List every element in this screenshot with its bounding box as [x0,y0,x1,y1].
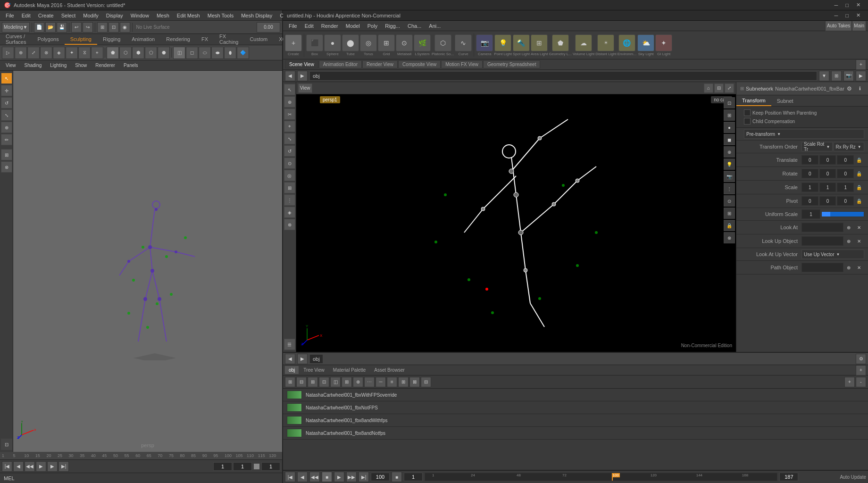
nav-animation[interactable]: Animation [126,34,160,45]
pivot-x[interactable]: 0 [801,196,818,206]
maya-range-end[interactable]: 1 [261,462,280,471]
h-path-jump[interactable]: ▼ [819,71,829,81]
h-menu-file[interactable]: File [285,22,301,30]
scale-x[interactable]: 1 [801,183,818,192]
transform-order-dropdown[interactable]: Scale Rot Tr [801,142,833,151]
look-up-clear[interactable]: ✕ [854,236,864,246]
h-tool-5[interactable]: ⤡ [284,133,295,144]
h-gilight-btn[interactable]: ✦ [655,34,672,51]
keep-position-cb[interactable] [744,109,751,116]
nt-tb-4[interactable]: ⊡ [319,377,329,387]
pivot-y[interactable]: 0 [819,196,836,206]
maya-step-fwd[interactable]: ▶ [47,461,58,472]
maya-xray-tool[interactable]: ⊗ [1,161,12,173]
nt-tb-2[interactable]: ⊟ [296,377,307,387]
h-tool-10[interactable]: ⋮ [284,194,295,206]
vp-grid-btn[interactable]: ⊞ [724,208,735,219]
maya-scale-tool[interactable]: ⤡ [1,109,12,121]
maya-renderer-menu[interactable]: Renderer [92,62,119,69]
vp-flat-btn[interactable]: ◼ [724,134,735,145]
h-play-end[interactable]: ▶| [359,472,369,482]
nt-tb-1[interactable]: ⊞ [285,377,295,387]
nt-tb-8[interactable]: ⋯ [364,377,375,387]
nt-tab-tree[interactable]: Tree View [300,366,328,374]
nt-nav-back[interactable]: ◀ [285,354,295,364]
maya-range-start[interactable]: 1 [233,462,252,471]
h-play-back[interactable]: ◀◀ [309,472,320,482]
rotate-y[interactable]: 0 [819,169,836,178]
scale-lock[interactable]: 🔒 [854,182,864,192]
h-panel-add[interactable]: + [856,59,866,70]
h-render-btn[interactable]: ▶ [856,71,866,81]
tb-new[interactable]: 📄 [34,22,44,33]
nav-custom[interactable]: Custom [244,34,273,45]
h-stop-btn[interactable]: ■ [322,472,332,482]
nt-tb-zoom-in[interactable]: + [844,377,855,387]
maya-rotate-tool[interactable]: ↺ [1,97,12,108]
h-menu-cha[interactable]: Cha... [404,22,425,30]
maya-geom-1[interactable]: ◫ [173,47,185,59]
maya-modeling-dropdown[interactable]: Modeling ▼ [2,22,30,33]
vp-snap-btn[interactable]: ⊙ [724,195,735,207]
tb-paint[interactable]: ◉ [120,22,130,33]
maya-tool-2[interactable]: ⊕ [15,47,27,59]
vp-home[interactable]: ⌂ [704,83,713,93]
h-cam-btn[interactable]: 📷 [843,71,854,81]
translate-x[interactable]: 0 [801,155,818,165]
maya-menu-edit[interactable]: Edit [18,12,34,19]
tab-animation-editor[interactable]: Animation Editor [319,60,362,68]
tb-redo[interactable]: ↪ [83,22,93,33]
tab-render-view[interactable]: Render View [362,60,398,68]
maya-menu-window[interactable]: Window [127,12,153,19]
nt-tb-6[interactable]: ⊞ [342,377,352,387]
h-view-layers[interactable]: ☰ [284,339,295,350]
nt-nav-fwd[interactable]: ▶ [297,354,308,364]
nt-tab-obj[interactable]: obj [285,366,299,374]
h-menu-edit[interactable]: Edit [301,22,317,30]
vp-frame-all[interactable]: ⊟ [714,83,724,93]
h-sphere-btn[interactable]: ● [324,34,341,51]
maya-select-tool[interactable]: ↖ [1,73,12,84]
h-pointlight-btn[interactable]: 💡 [494,34,511,51]
maya-tool-8[interactable]: ⌖ [91,47,103,59]
h-tool-9[interactable]: ⊞ [284,182,295,193]
maya-timeline-ruler[interactable]: 1 5 10 15 20 25 30 35 40 45 50 55 60 65 … [0,452,282,459]
h-skylight-btn[interactable]: ⛅ [637,34,654,51]
nt-tb-9[interactable]: ─ [376,377,386,387]
maya-tool-10[interactable]: ⬡ [119,47,132,59]
nt-tb-13[interactable]: ⊟ [421,377,431,387]
vp-bg-btn[interactable]: ⊕ [724,146,735,158]
vp-wire-btn[interactable]: ⊞ [724,109,735,121]
maya-geom-6[interactable]: 🔷 [237,47,249,59]
h-tool-12[interactable]: ⊗ [284,219,295,230]
translate-z[interactable]: 0 [837,155,854,165]
rotate-z[interactable]: 0 [837,169,854,178]
maya-geom-4[interactable]: ⬬ [211,47,224,59]
maya-geom-5[interactable]: ⬮ [224,47,236,59]
h-grid-btn[interactable]: ⊞ [378,34,395,51]
vp-dots-btn[interactable]: ⊗ [724,232,735,243]
maya-menu-file[interactable]: File [2,12,18,19]
h-menu-rigg[interactable]: Rigg... [381,22,404,30]
maya-geom-3[interactable]: ⬭ [199,47,211,59]
scale-z[interactable]: 1 [837,183,854,192]
h-timeline-bar[interactable]: 1 24 48 72 100 120 144 168 [425,473,777,481]
nt-tb-11[interactable]: ⊞ [398,377,409,387]
nt-tb-zoom-out[interactable]: - [856,377,866,387]
rx-ry-rz-dropdown[interactable]: Rx Ry Rz [834,142,865,151]
h-meta-btn[interactable]: ⊙ [396,34,413,51]
h-spotlight-btn[interactable]: 🔦 [513,34,530,51]
h-menu-poly[interactable]: Poly [364,22,381,30]
maya-lighting-menu[interactable]: Lighting [46,62,70,69]
pre-transform-dropdown[interactable]: Pre-transform [744,129,864,139]
tab-subnet[interactable]: Subnet [771,96,799,106]
maya-step-back[interactable]: ◀ [13,461,24,472]
nt-tab-asset[interactable]: Asset Browser [370,366,408,374]
h-camera-btn[interactable]: 📷 [476,34,493,51]
maya-play-back[interactable]: ◀◀ [25,461,35,472]
nt-tab-material[interactable]: Material Palette [329,366,369,374]
maya-play-start[interactable]: |◀ [2,461,12,472]
h-menu-render[interactable]: Render [317,22,342,30]
h-menu-model[interactable]: Model [342,22,364,30]
vp-maximize[interactable]: ⤢ [725,83,734,93]
